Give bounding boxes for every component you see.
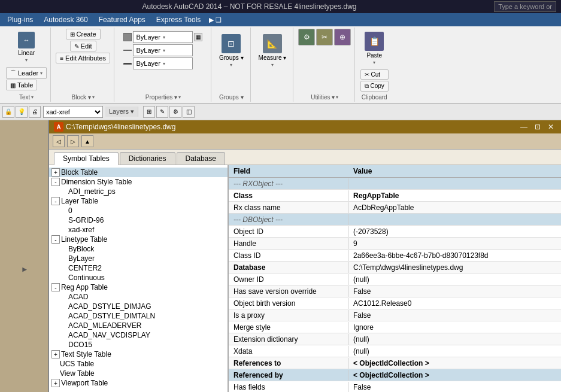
utilities-icon3-btn[interactable]: ⊕: [334, 29, 351, 45]
ac-back-btn[interactable]: ◁: [53, 135, 65, 147]
linetype-expand[interactable]: -: [51, 235, 60, 244]
tree-item-dim-style-table[interactable]: - Dimension Style Table: [49, 177, 228, 187]
edit-attributes-button[interactable]: ≡ Edit Attributes: [56, 53, 110, 63]
paste-button[interactable]: 📋 Paste ▾: [360, 29, 388, 68]
toolbar-row: 🔒 💡 🖨 xad-xref Layers ▾ ⊞ ✎ ⚙ ◫: [0, 104, 561, 120]
ac-forward-btn[interactable]: ▷: [67, 135, 79, 147]
tree-item-byblock[interactable]: ByBlock: [49, 244, 228, 254]
tree-item-mleader[interactable]: ACAD_MLEADERVER: [49, 321, 228, 330]
tree-item-ucs[interactable]: UCS Table: [49, 359, 228, 369]
ac-minimize-btn[interactable]: —: [518, 123, 530, 131]
inner-tabs: Symbol Tables Dictionaries Database: [49, 150, 561, 165]
toolbar-icon-6[interactable]: ⚙: [169, 106, 181, 118]
layer-state-select[interactable]: xad-xref: [43, 106, 103, 118]
toolbar-icon-5[interactable]: ✎: [156, 106, 168, 118]
edit-button[interactable]: ✎ Edit: [70, 41, 96, 51]
viewport-expand[interactable]: +: [51, 379, 60, 387]
tree-item-acad[interactable]: ACAD: [49, 292, 228, 302]
linear-button[interactable]: ↔ Linear ▾: [13, 29, 40, 66]
tree-item-layer-table[interactable]: - Layer Table: [49, 196, 228, 206]
tree-item-viewport[interactable]: + Viewport Table: [49, 378, 228, 388]
props-field-hassaveversion: Has save version override: [229, 286, 348, 297]
props-value-rxobject: [348, 183, 561, 185]
tree-item-dstyle-dimjag[interactable]: ACAD_DSTYLE_DIMJAG: [49, 302, 228, 311]
bylayer-lineweight-dropdown[interactable]: ByLayer ▾: [133, 57, 193, 69]
create-button[interactable]: ⊞ Create: [66, 29, 101, 39]
leader-button[interactable]: ⌒ Leader ▾: [6, 67, 47, 79]
props-value-hasfields: False: [348, 382, 561, 393]
measure-icon: 📐: [263, 34, 282, 53]
table-button[interactable]: ▦ Table: [6, 80, 37, 90]
ac-maximize-btn[interactable]: ⊡: [532, 123, 543, 131]
text-style-expand[interactable]: +: [51, 350, 60, 358]
utilities-icon-btn[interactable]: ⚙: [298, 29, 315, 45]
tree-item-dstyle-dimtaln[interactable]: ACAD_DSTYLE_DIMTALN: [49, 311, 228, 321]
layer-table-expand[interactable]: -: [51, 197, 60, 205]
props-field-class: Class: [229, 190, 348, 201]
copy-button[interactable]: ⧉ Copy: [360, 81, 389, 92]
tree-item-continuous[interactable]: Continuous: [49, 273, 228, 282]
props-row-classid: Class ID 2a66ee3a-6bbe-4c67-b7b0-d830701…: [229, 250, 561, 262]
props-row-hasfields: Has fields False: [229, 381, 561, 392]
tab-symbol-tables[interactable]: Symbol Tables: [54, 152, 119, 165]
panel-label[interactable]: ◀: [19, 265, 30, 276]
layer-icon-2[interactable]: 💡: [16, 106, 28, 118]
layers-label: Layers ▾: [109, 108, 134, 116]
tree-item-block-table[interactable]: + Block Table: [49, 168, 228, 177]
props-row-hassaveversion: Has save version override False: [229, 285, 561, 297]
tree-item-layer-0[interactable]: 0: [49, 206, 228, 215]
props-value-ownerid: (null): [348, 274, 561, 285]
tree-item-reg-app-table[interactable]: - Reg App Table: [49, 282, 228, 292]
menu-plugins[interactable]: Plug-ins: [2, 14, 38, 25]
tree-item-xad-xref[interactable]: xad-xref: [49, 225, 228, 235]
title-bar: Autodesk AutoCAD 2014 – NOT FOR RESALE 4…: [0, 0, 561, 13]
utilities-icon2-btn[interactable]: ✂: [316, 29, 333, 45]
block-table-label: Block Table: [61, 168, 98, 177]
block-table-expand[interactable]: +: [51, 168, 60, 177]
bylayer-linetype-dropdown[interactable]: ByLayer ▾: [133, 44, 193, 56]
tree-item-dco15[interactable]: DCO15: [49, 340, 228, 350]
group-button[interactable]: ⊡ Groups ▾ ▾: [216, 29, 247, 73]
props-value-dbobject: [348, 218, 561, 221]
toolbar-icon-7[interactable]: ◫: [183, 106, 195, 118]
tab-dictionaries[interactable]: Dictionaries: [120, 152, 175, 165]
props-row-ownerid: Owner ID (null): [229, 274, 561, 285]
menu-express-tools[interactable]: Express Tools: [151, 14, 205, 25]
toolbar-icon-4[interactable]: ⊞: [143, 106, 155, 118]
tree-item-text-style[interactable]: + Text Style Table: [49, 350, 228, 359]
ac-close-btn[interactable]: ✕: [545, 123, 556, 131]
tree-item-nav[interactable]: ACAD_NAV_VCDISPLAY: [49, 330, 228, 340]
reg-app-expand[interactable]: -: [51, 283, 60, 291]
menu-featured-apps[interactable]: Featured Apps: [94, 14, 150, 25]
search-box[interactable]: Type a keyword or: [494, 1, 556, 12]
ac-up-btn[interactable]: ▲: [81, 135, 93, 147]
props-row-rxobject: --- RXObject ---: [229, 178, 561, 190]
layers-section[interactable]: Layers ▾: [105, 107, 138, 117]
ribbon: ↔ Linear ▾ ⌒ Leader ▾ ▦ Table Text ▾: [0, 26, 561, 104]
dim-style-expand[interactable]: -: [51, 178, 60, 186]
group-icon: ⊡: [222, 34, 241, 53]
more-toolbar-icons: ⊞ ✎ ⚙ ◫: [143, 106, 195, 118]
tree-item-adi-metric[interactable]: ADI_metric_ps: [49, 187, 228, 196]
ribbon-content: ↔ Linear ▾ ⌒ Leader ▾ ▦ Table Text ▾: [0, 26, 561, 103]
menu-autodesk360[interactable]: Autodesk 360: [39, 14, 92, 25]
tree-item-sgrid[interactable]: S-GRID-96: [49, 215, 228, 225]
tree-item-bylayer[interactable]: ByLayer: [49, 254, 228, 263]
tree-item-view[interactable]: View Table: [49, 369, 228, 378]
layer-icon-1[interactable]: 🔒: [2, 106, 14, 118]
color-icon[interactable]: ▦: [194, 33, 202, 41]
measure-button[interactable]: 📐 Measure ▾ ▾: [256, 29, 290, 73]
sgrid-label: S-GRID-96: [68, 216, 104, 224]
props-value-hassaveversion: False: [348, 286, 561, 297]
layer-icon-3[interactable]: 🖨: [29, 106, 41, 118]
tree-item-center2[interactable]: CENTER2: [49, 263, 228, 273]
groups-group-label: Groups ▾: [219, 93, 244, 101]
tree-item-linetype-table[interactable]: - Linetype Table: [49, 235, 228, 244]
lineweight-swatch: [123, 63, 132, 65]
props-row-dbobject: --- DBObject ---: [229, 214, 561, 226]
cut-button[interactable]: ✂ Cut: [360, 69, 389, 80]
props-row-refsBy: Referenced by < ObjectIdCollection >: [229, 369, 561, 381]
linear-dropdown-arrow[interactable]: ▾: [25, 57, 28, 63]
tab-database[interactable]: Database: [177, 152, 225, 165]
bylayer-color-dropdown[interactable]: ByLayer ▾: [133, 31, 193, 43]
